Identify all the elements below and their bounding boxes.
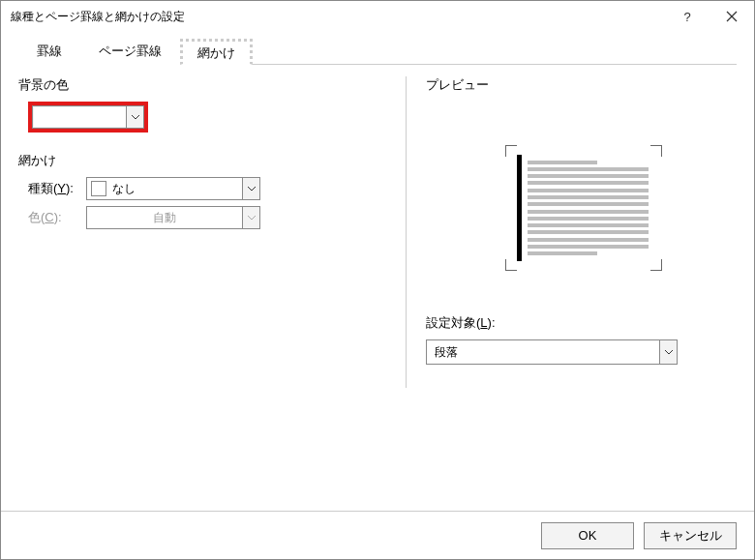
apply-to-body: 段落 xyxy=(427,340,659,364)
bg-color-swatch xyxy=(34,107,126,127)
bg-color-row xyxy=(28,102,394,133)
pattern-color-row: 色(C): 自動 xyxy=(28,206,394,229)
bg-color-label: 背景の色 xyxy=(18,76,394,94)
apply-to-value: 段落 xyxy=(435,344,458,361)
window-title: 線種とページ罫線と網かけの設定 xyxy=(11,9,665,25)
highlight-box xyxy=(28,102,148,133)
apply-to-label: 設定対象(L): xyxy=(426,314,737,332)
apply-to-combo[interactable]: 段落 xyxy=(426,339,678,365)
crop-mark-icon xyxy=(505,145,517,157)
tab-page-borders[interactable]: ページ罫線 xyxy=(80,36,180,65)
preview-box xyxy=(499,145,664,271)
pattern-type-body: なし xyxy=(87,178,242,199)
preview-label: プレビュー xyxy=(426,76,737,94)
chevron-down-icon xyxy=(132,115,139,120)
tab-page-borders-label: ページ罫線 xyxy=(99,44,162,58)
dialog-body: 罫線 ページ罫線 網かけ 背景の色 網かけ xyxy=(1,32,754,511)
chevron-down-icon xyxy=(665,350,673,355)
close-icon xyxy=(726,11,738,22)
pattern-color-body: 自動 xyxy=(87,207,242,228)
apply-to-arrow xyxy=(659,340,677,364)
titlebar-buttons: ? xyxy=(665,2,754,31)
preview-area xyxy=(426,102,737,314)
pattern-type-combo[interactable]: なし xyxy=(86,177,260,200)
pattern-color-combo: 自動 xyxy=(86,206,260,229)
tab-shading-label: 網かけ xyxy=(197,45,235,60)
ok-button-label: OK xyxy=(579,528,597,543)
tab-borders-label: 罫線 xyxy=(37,44,62,58)
pattern-swatch-icon xyxy=(91,181,106,196)
pattern-type-value: なし xyxy=(112,181,136,197)
ok-button[interactable]: OK xyxy=(541,522,634,549)
close-button[interactable] xyxy=(710,2,754,31)
apply-section: 設定対象(L): 段落 xyxy=(426,314,737,388)
chevron-down-icon xyxy=(248,216,256,221)
bg-color-combo[interactable] xyxy=(32,105,144,129)
content-row: 背景の色 網かけ 種類(Y): xyxy=(18,76,737,388)
tab-strip: 罫線 ページ罫線 網かけ xyxy=(18,36,737,65)
chevron-down-icon xyxy=(248,187,256,192)
right-column: プレビュー 設定対象(L): xyxy=(406,76,737,388)
dialog-footer: OK キャンセル xyxy=(1,511,754,559)
pattern-color-value: 自動 xyxy=(153,210,176,226)
preview-page xyxy=(517,155,652,261)
cancel-button-label: キャンセル xyxy=(659,527,722,545)
bg-color-dropdown-arrow xyxy=(126,106,143,128)
pattern-color-arrow xyxy=(242,207,259,228)
crop-mark-icon xyxy=(505,259,517,271)
tab-borders[interactable]: 罫線 xyxy=(18,36,80,65)
pattern-type-arrow xyxy=(242,178,259,199)
titlebar: 線種とページ罫線と網かけの設定 ? xyxy=(1,1,754,32)
help-button[interactable]: ? xyxy=(665,2,710,31)
pattern-type-row: 種類(Y): なし xyxy=(28,177,394,200)
left-column: 背景の色 網かけ 種類(Y): xyxy=(18,76,406,388)
shading-section-label: 網かけ xyxy=(18,152,394,169)
pattern-type-label: 種類(Y): xyxy=(28,180,86,197)
preview-lines xyxy=(528,159,649,257)
cancel-button[interactable]: キャンセル xyxy=(644,522,737,549)
pattern-color-label: 色(C): xyxy=(28,209,86,226)
dialog-window: 線種とページ罫線と網かけの設定 ? 罫線 ページ罫線 網かけ 背景の色 xyxy=(0,0,755,560)
tab-shading[interactable]: 網かけ xyxy=(180,39,253,65)
